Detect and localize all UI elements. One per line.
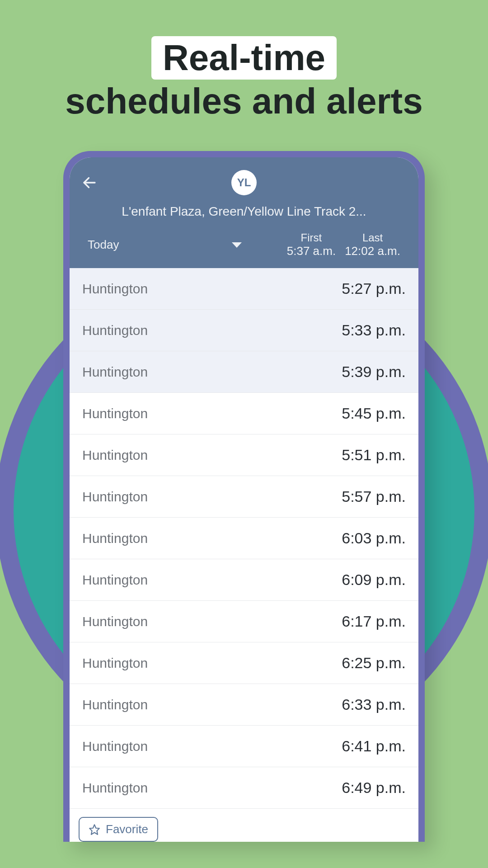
header-top-row: YL [79, 170, 409, 200]
schedule-row[interactable]: Huntington5:51 p.m. [70, 434, 418, 476]
favorite-button[interactable]: Favorite [79, 817, 158, 842]
departure-time: 6:25 p.m. [342, 654, 406, 672]
headline-subtext: schedules and alerts [65, 81, 422, 121]
departure-time: 6:33 p.m. [342, 696, 406, 713]
last-time: 12:02 a.m. [345, 244, 400, 258]
headline-highlight: Real-time [151, 36, 337, 80]
schedule-row[interactable]: Huntington5:57 p.m. [70, 476, 418, 518]
destination-label: Huntington [82, 281, 148, 297]
schedule-row[interactable]: Huntington6:41 p.m. [70, 726, 418, 767]
schedule-row[interactable]: Huntington5:27 p.m. [70, 268, 418, 310]
star-icon [89, 824, 100, 835]
departure-time: 6:09 p.m. [342, 571, 406, 589]
departure-time: 5:57 p.m. [342, 488, 406, 505]
destination-label: Huntington [82, 531, 148, 546]
phone-screen: YL L'enfant Plaza, Green/Yellow Line Tra… [70, 157, 418, 842]
destination-label: Huntington [82, 323, 148, 338]
app-header: YL L'enfant Plaza, Green/Yellow Line Tra… [70, 157, 418, 268]
schedule-row[interactable]: Huntington6:33 p.m. [70, 684, 418, 726]
destination-label: Huntington [82, 489, 148, 505]
back-arrow-icon[interactable] [81, 175, 98, 191]
destination-label: Huntington [82, 697, 148, 712]
destination-label: Huntington [82, 614, 148, 629]
destination-label: Huntington [82, 572, 148, 588]
first-time: 5:37 a.m. [287, 244, 336, 258]
destination-label: Huntington [82, 739, 148, 754]
schedule-row[interactable]: Huntington5:39 p.m. [70, 351, 418, 393]
schedule-row[interactable]: Huntington6:03 p.m. [70, 518, 418, 559]
departure-time: 6:03 p.m. [342, 529, 406, 547]
header-info-row: Today First 5:37 a.m. Last 12:02 a.m. [79, 229, 409, 268]
date-label: Today [88, 238, 119, 252]
destination-label: Huntington [82, 364, 148, 380]
last-train-info: Last 12:02 a.m. [345, 231, 400, 258]
departure-time: 5:27 p.m. [342, 280, 406, 297]
first-train-info: First 5:37 a.m. [287, 231, 336, 258]
schedule-row[interactable]: Huntington5:45 p.m. [70, 393, 418, 434]
schedule-list[interactable]: Huntington5:27 p.m.Huntington5:33 p.m.Hu… [70, 268, 418, 809]
line-badge: YL [231, 170, 257, 195]
favorite-bar: Favorite [70, 809, 418, 842]
departure-time: 5:51 p.m. [342, 446, 406, 464]
schedule-row[interactable]: Huntington6:49 p.m. [70, 767, 418, 809]
first-last-group: First 5:37 a.m. Last 12:02 a.m. [287, 231, 400, 258]
destination-label: Huntington [82, 780, 148, 796]
departure-time: 5:45 p.m. [342, 405, 406, 422]
destination-label: Huntington [82, 406, 148, 421]
date-selector[interactable]: Today [88, 238, 242, 252]
departure-time: 5:33 p.m. [342, 321, 406, 339]
last-label: Last [345, 231, 400, 244]
destination-label: Huntington [82, 448, 148, 463]
schedule-row[interactable]: Huntington6:09 p.m. [70, 559, 418, 601]
marketing-headline: Real-time schedules and alerts [0, 36, 488, 123]
destination-label: Huntington [82, 656, 148, 671]
departure-time: 6:17 p.m. [342, 613, 406, 630]
schedule-row[interactable]: Huntington5:33 p.m. [70, 310, 418, 351]
favorite-label: Favorite [106, 822, 148, 836]
departure-time: 5:39 p.m. [342, 363, 406, 381]
first-label: First [287, 231, 336, 244]
svg-marker-1 [89, 825, 99, 835]
phone-frame: YL L'enfant Plaza, Green/Yellow Line Tra… [63, 151, 425, 842]
departure-time: 6:49 p.m. [342, 779, 406, 797]
schedule-row[interactable]: Huntington6:25 p.m. [70, 642, 418, 684]
departure-time: 6:41 p.m. [342, 737, 406, 755]
chevron-down-icon [232, 242, 242, 248]
schedule-row[interactable]: Huntington6:17 p.m. [70, 601, 418, 642]
station-title: L'enfant Plaza, Green/Yellow Line Track … [79, 200, 409, 229]
